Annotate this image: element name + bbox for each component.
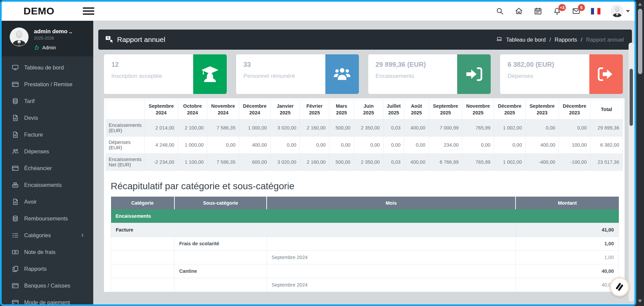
notifications-badge: +3 — [558, 4, 566, 11]
sidebar-item-label: Échéancier — [24, 165, 52, 171]
window-scrollbar[interactable] — [636, 0, 644, 306]
sign-out-icon — [589, 54, 623, 94]
recap-subcategory-row: Frais de scolarité1,00 — [111, 237, 619, 251]
language-flag-france-icon[interactable] — [591, 8, 600, 14]
cell-value: 400,00 — [239, 137, 270, 154]
breadcrumb-item[interactable]: Tableau de bord — [506, 37, 546, 43]
user-name: admin demo .. — [34, 28, 72, 35]
recap-column-header: Montant — [516, 197, 619, 209]
sidebar-item-ch-ancier[interactable]: Échéancier — [2, 160, 93, 176]
sidebar-toggle-button[interactable] — [83, 6, 94, 16]
row-label: Dépenses (EUR) — [106, 137, 145, 154]
cell-value: 0,00 — [207, 137, 239, 154]
credit-card-icon — [11, 298, 19, 304]
month-column-header — [106, 100, 145, 119]
messages-envelope-icon[interactable]: 5 — [572, 7, 581, 15]
sidebar-item-remboursements[interactable]: Remboursements — [2, 210, 93, 227]
breadcrumb-item[interactable]: Rapports — [555, 37, 577, 43]
search-icon[interactable] — [495, 7, 504, 15]
recap-month-row: Septembre 202440,00 — [111, 278, 619, 292]
user-role-label: Admin — [42, 45, 56, 50]
cell-value: 7 000,99 — [429, 119, 462, 137]
scroll-up-arrow-icon[interactable] — [638, 3, 642, 6]
recap-section-row: Encaissements — [111, 209, 619, 223]
row-label: Encaissements Net (EUR) — [106, 154, 145, 171]
rapport-annuel-icon: S — [105, 35, 114, 44]
recap-empty-cell — [267, 264, 516, 278]
thumbs-up-icon — [34, 45, 40, 50]
recap-empty-cell — [267, 237, 516, 251]
sidebar-item-encaissements[interactable]: Encaissements — [2, 176, 93, 193]
cell-value: 6 766,99 — [429, 154, 462, 171]
fab-logo-icon — [614, 282, 625, 292]
recap-cell: 1,00 — [516, 251, 619, 264]
recap-cell: Septembre 2024 — [267, 251, 516, 264]
cell-value: 1 100,00 — [178, 154, 207, 171]
sidebar-item-facture[interactable]: Facture — [2, 126, 93, 143]
stat-card-d-penses: 6 382,00 (EUR)Dépenses — [500, 54, 623, 94]
window-scrollbar-thumb[interactable] — [638, 9, 642, 74]
notifications-bell-icon[interactable]: +3 — [553, 7, 561, 15]
cash-register-icon — [11, 181, 19, 189]
scroll-down-arrow-icon[interactable] — [638, 300, 642, 303]
graduate-icon — [193, 54, 227, 94]
recap-empty-cell — [174, 278, 267, 292]
sidebar-item-tableau-de-bord[interactable]: Tableau de bord — [2, 59, 93, 76]
breadcrumb-item: Rapport annuel — [586, 37, 624, 43]
coins-icon — [11, 214, 19, 222]
recap-cell: 41,00 — [516, 223, 619, 237]
recap-cell: 1,00 — [516, 237, 619, 251]
monthly-summary-table: Septembre2024Octobre2024Novembre2024Déce… — [106, 100, 623, 171]
cell-value: 7 586,35 — [207, 154, 239, 171]
cell-value: 2 014,00 — [145, 119, 178, 137]
sidebar-item-avoir[interactable]: Avoir — [2, 193, 93, 210]
recap-cell: Septembre 2024 — [267, 278, 516, 292]
sidebar-item-label: Facture — [24, 132, 43, 138]
sidebar-item-d-penses[interactable]: Dépenses — [2, 143, 93, 160]
cell-value: 2 100,00 — [178, 119, 207, 137]
cell-value: -2 234,00 — [145, 154, 178, 171]
recap-empty-cell — [174, 251, 267, 264]
sidebar-item-label: Tarif — [24, 98, 35, 104]
floating-action-button[interactable] — [610, 277, 629, 297]
sidebar-item-prestation-remise[interactable]: Prestation / Remise — [2, 76, 93, 93]
hamburger-icon — [83, 7, 94, 9]
sidebar-user-panel: admin demo .. 2025-2026 Admin — [2, 21, 93, 56]
home-icon[interactable] — [515, 7, 523, 15]
month-column-header: Mars2025 — [329, 100, 354, 119]
app-window: DEMO +3 5 — [0, 0, 636, 306]
sidebar-item-cat-gories[interactable]: Catégories — [2, 227, 93, 244]
app-logo[interactable]: DEMO — [2, 5, 76, 17]
recap-category-row: Facture41,00 — [111, 223, 619, 237]
sidebar-item-label: Rapports — [24, 266, 47, 272]
stat-card-encaissements: 29 899,36 (EUR)Encaissements — [368, 54, 491, 94]
content-scrollbar[interactable] — [629, 43, 634, 302]
sidebar-item-banques-caisses[interactable]: Banques / Caisses — [2, 277, 93, 294]
sidebar-item-note-de-frais[interactable]: Note de frais — [2, 244, 93, 260]
recap-cell: Facture — [111, 223, 516, 237]
stat-card-inscription-accept-e: 12Inscription acceptée — [104, 54, 227, 94]
content-scrollbar-thumb[interactable] — [630, 69, 633, 126]
recap-heading: Récapitulatif par catégorie et sous-caté… — [111, 181, 621, 192]
month-column-header: Décembre2024 — [239, 100, 270, 119]
month-column-header: Décembre2023 — [559, 100, 590, 119]
sidebar-item-devis[interactable]: Devis — [2, 109, 93, 126]
sidebar-item-mode-de-paiement[interactable]: Mode de paiement — [2, 294, 93, 304]
cell-value: 400,00 — [404, 154, 429, 171]
breadcrumb: Tableau de bord/Rapports/Rapport annuel — [496, 36, 624, 44]
sidebar-item-rapports[interactable]: Rapports — [2, 260, 93, 277]
user-menu[interactable] — [611, 5, 630, 17]
month-column-header: Juillet2025 — [383, 100, 404, 119]
money-bill-icon — [11, 248, 19, 256]
breadcrumb-separator: / — [581, 37, 583, 43]
sidebar-item-label: Devis — [24, 115, 38, 121]
sign-in-icon — [457, 54, 491, 94]
cell-value: 23 517,36 — [590, 154, 623, 171]
month-column-header: Février2025 — [300, 100, 329, 119]
cell-value: 0,00 — [494, 137, 526, 154]
sidebar-item-label: Prestation / Remise — [24, 81, 72, 88]
cell-value: 400,00 — [404, 119, 429, 137]
sidebar-item-tarif[interactable]: Tarif — [2, 93, 93, 109]
calendar-icon[interactable] — [534, 7, 542, 15]
cell-value: 500,00 — [329, 119, 354, 137]
